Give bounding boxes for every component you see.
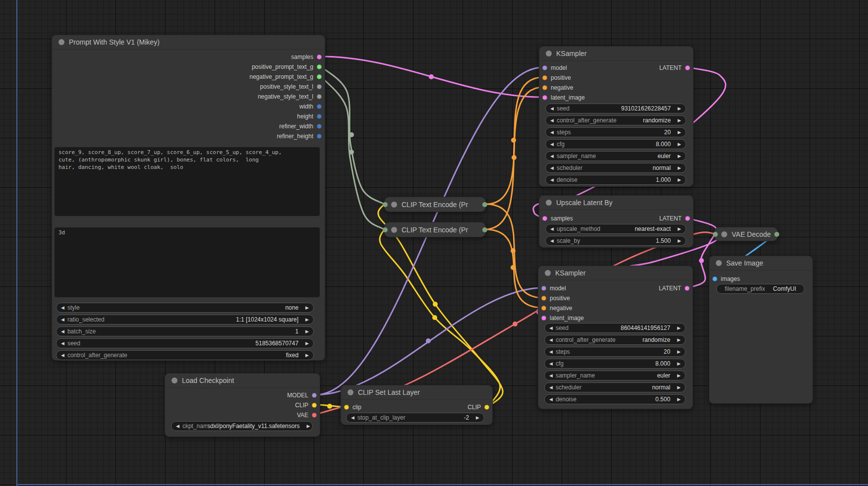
clip-set-last-layer-widget-stop_at_clip_layer[interactable]: ◀stop_at_clip_layer-2▶: [346, 413, 484, 423]
output-port-refiner_width[interactable]: [317, 124, 322, 129]
decrement-arrow-icon[interactable]: ◀: [546, 163, 557, 173]
ksampler-1-widget-control_after_generate[interactable]: ◀control_after_generaterandomize▶: [545, 115, 686, 125]
increment-arrow-icon[interactable]: ▶: [675, 175, 686, 185]
ksampler-2-widget-denoise[interactable]: ◀denoise0.500▶: [544, 394, 686, 404]
output-port-CLIP[interactable]: [484, 405, 489, 410]
increment-arrow-icon[interactable]: ▶: [675, 115, 686, 125]
increment-arrow-icon[interactable]: ▶: [674, 371, 685, 380]
decrement-arrow-icon[interactable]: ◀: [545, 347, 556, 357]
increment-arrow-icon[interactable]: ▶: [473, 413, 484, 423]
increment-arrow-icon[interactable]: ▶: [674, 323, 685, 333]
output-port-samples[interactable]: [317, 54, 322, 59]
output-port-negative_prompt_text_g[interactable]: [317, 74, 322, 79]
ksampler-1-widget-seed[interactable]: ◀seed931021626228457▶: [545, 104, 686, 113]
node-title-bar[interactable]: CLIP Text Encode (Pr: [385, 222, 485, 237]
node-load-checkpoint[interactable]: Load CheckpointMODELCLIPVAE◀ckpt_namesdx…: [165, 373, 320, 437]
node-title-bar[interactable]: KSampler: [538, 266, 693, 280]
ksampler-2-widget-scheduler[interactable]: ◀schedulernormal▶: [544, 382, 686, 392]
increment-arrow-icon[interactable]: ▶: [303, 421, 314, 431]
clip-text-encode-2-collapsed-output-port[interactable]: [482, 227, 487, 232]
decrement-arrow-icon[interactable]: ◀: [545, 323, 556, 333]
input-port-negative[interactable]: [541, 306, 546, 311]
increment-arrow-icon[interactable]: ▶: [674, 359, 685, 369]
save-image-widget-filename_prefix[interactable]: filename_prefixComfyUI: [716, 284, 805, 294]
input-port-images[interactable]: [712, 276, 717, 281]
prompt-with-style-text-area-2[interactable]: 3d: [55, 227, 320, 297]
input-port-positive[interactable]: [541, 296, 546, 301]
decrement-arrow-icon[interactable]: ◀: [57, 303, 67, 313]
comfyui-canvas[interactable]: { "app": "ComfyUI node graph", "canvas":…: [0, 0, 868, 486]
node-title-bar[interactable]: CLIP Set Last Layer: [341, 385, 492, 400]
input-port-negative[interactable]: [542, 85, 547, 90]
increment-arrow-icon[interactable]: ▶: [302, 338, 313, 348]
decrement-arrow-icon[interactable]: ◀: [546, 104, 557, 113]
node-clip-text-encode-1[interactable]: CLIP Text Encode (Pr: [384, 197, 486, 212]
node-ksampler-2[interactable]: KSamplermodelLATENTpositivenegativelaten…: [538, 266, 693, 409]
increment-arrow-icon[interactable]: ▶: [302, 303, 313, 313]
decrement-arrow-icon[interactable]: ◀: [546, 236, 557, 246]
node-title-bar[interactable]: Save Image: [709, 256, 812, 270]
decrement-arrow-icon[interactable]: ◀: [172, 421, 182, 431]
output-port-CLIP[interactable]: [312, 403, 317, 408]
decrement-arrow-icon[interactable]: ◀: [545, 335, 556, 345]
node-save-image[interactable]: Save Imageimagesfilename_prefixComfyUI: [709, 256, 813, 404]
output-port-width[interactable]: [317, 104, 322, 109]
decrement-arrow-icon[interactable]: ◀: [57, 315, 67, 324]
increment-arrow-icon[interactable]: ▶: [302, 315, 313, 324]
ksampler-1-widget-steps[interactable]: ◀steps20▶: [545, 127, 686, 137]
vae-decode-collapsed-output-port[interactable]: [774, 232, 779, 237]
input-port-samples[interactable]: [542, 216, 547, 221]
increment-arrow-icon[interactable]: ▶: [674, 335, 685, 345]
decrement-arrow-icon[interactable]: ◀: [545, 382, 556, 392]
decrement-arrow-icon[interactable]: ◀: [347, 413, 357, 423]
output-port-refiner_height[interactable]: [317, 134, 322, 139]
increment-arrow-icon[interactable]: ▶: [302, 326, 313, 336]
ksampler-1-widget-cfg[interactable]: ◀cfg8.000▶: [545, 139, 686, 149]
output-port-negative_style_text_l[interactable]: [317, 94, 322, 99]
increment-arrow-icon[interactable]: ▶: [675, 163, 686, 173]
output-port-LATENT[interactable]: [685, 65, 690, 70]
node-prompt-with-style[interactable]: Prompt With Style V1 (Mikey)samplesposit…: [52, 35, 325, 361]
decrement-arrow-icon[interactable]: ◀: [545, 371, 556, 380]
ksampler-2-widget-sampler_name[interactable]: ◀sampler_nameeuler▶: [544, 371, 686, 380]
input-port-model[interactable]: [541, 286, 546, 291]
clip-text-encode-1-collapsed-input-port[interactable]: [383, 202, 388, 207]
ksampler-2-widget-steps[interactable]: ◀steps20▶: [544, 347, 686, 357]
increment-arrow-icon[interactable]: ▶: [675, 104, 686, 113]
decrement-arrow-icon[interactable]: ◀: [57, 326, 67, 336]
output-port-positive_style_text_l[interactable]: [317, 84, 322, 89]
ksampler-2-widget-cfg[interactable]: ◀cfg8.000▶: [544, 359, 686, 369]
prompt-with-style-widget-seed[interactable]: ◀seed5185368570747▶: [56, 338, 314, 348]
decrement-arrow-icon[interactable]: ◀: [546, 115, 557, 125]
ksampler-2-widget-control_after_generate[interactable]: ◀control_after_generaterandomize▶: [544, 335, 686, 345]
upscale-latent-by-widget-scale_by[interactable]: ◀scale_by1.500▶: [545, 236, 686, 246]
decrement-arrow-icon[interactable]: ◀: [546, 127, 557, 137]
increment-arrow-icon[interactable]: ▶: [674, 347, 685, 357]
output-port-MODEL[interactable]: [312, 393, 317, 398]
increment-arrow-icon[interactable]: ▶: [674, 394, 685, 404]
clip-text-encode-2-collapsed-input-port[interactable]: [383, 227, 388, 232]
upscale-latent-by-widget-upscale_method[interactable]: ◀upscale_methodnearest-exact▶: [545, 224, 686, 234]
vae-decode-collapsed-input-port[interactable]: [713, 232, 718, 237]
decrement-arrow-icon[interactable]: ◀: [546, 224, 557, 234]
node-title-bar[interactable]: CLIP Text Encode (Pr: [385, 197, 485, 212]
node-title-bar[interactable]: Load Checkpoint: [165, 374, 320, 388]
prompt-with-style-widget-batch_size[interactable]: ◀batch_size1▶: [56, 326, 314, 336]
ksampler-1-widget-sampler_name[interactable]: ◀sampler_nameeuler▶: [545, 151, 686, 161]
decrement-arrow-icon[interactable]: ◀: [545, 394, 556, 404]
prompt-with-style-text-area-1[interactable]: score_9, score_8_up, score_7_up, score_6…: [55, 147, 320, 216]
decrement-arrow-icon[interactable]: ◀: [546, 151, 557, 161]
node-vae-decode[interactable]: VAE Decode: [714, 227, 778, 241]
node-clip-text-encode-2[interactable]: CLIP Text Encode (Pr: [384, 222, 486, 237]
output-port-LATENT[interactable]: [685, 216, 690, 221]
load-checkpoint-widget-ckpt_name[interactable]: ◀ckpt_namesdxl/ponyFaetality_v11.safeten…: [171, 421, 313, 431]
increment-arrow-icon[interactable]: ▶: [302, 350, 313, 360]
input-port-clip[interactable]: [344, 405, 349, 410]
output-port-LATENT[interactable]: [685, 286, 690, 291]
node-title-bar[interactable]: KSampler: [539, 47, 693, 61]
increment-arrow-icon[interactable]: ▶: [675, 139, 686, 149]
node-title-bar[interactable]: Upscale Latent By: [539, 196, 693, 210]
prompt-with-style-widget-control_after_generate[interactable]: ◀control_after_generatefixed▶: [56, 350, 314, 360]
input-port-latent_image[interactable]: [542, 95, 547, 100]
input-port-positive[interactable]: [542, 75, 547, 80]
